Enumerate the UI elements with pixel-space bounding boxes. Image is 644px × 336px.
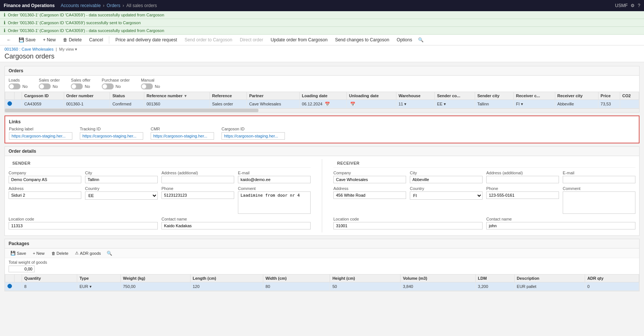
- cargoson-id-input[interactable]: [222, 132, 285, 140]
- back-button[interactable]: ←: [4, 36, 14, 44]
- table-scrollbar[interactable]: [5, 108, 639, 112]
- packages-delete-button[interactable]: 🗑 Delete: [49, 250, 71, 256]
- total-weight-row: Total weight of goods: [5, 258, 639, 274]
- pkg-col-ldm: LDM: [475, 275, 514, 282]
- save-button[interactable]: 💾 Save: [16, 36, 38, 44]
- cancel-button[interactable]: Cancel: [86, 36, 106, 44]
- sender-comment-textarea[interactable]: Laadimine from door nr 4: [238, 191, 311, 214]
- row-radio[interactable]: [5, 100, 15, 108]
- receiver-email-input[interactable]: [563, 176, 635, 183]
- page-breadcrumb-link[interactable]: 001360 : Cave Wholesales: [4, 47, 53, 51]
- manual-toggle[interactable]: [141, 83, 153, 89]
- send-changes-button[interactable]: Send changes to Cargoson: [332, 36, 392, 44]
- packages-search-icon[interactable]: 🔍: [107, 251, 112, 256]
- receiver-location-code-input[interactable]: [333, 222, 483, 229]
- total-weight-input[interactable]: [9, 266, 35, 272]
- receiver-comment-textarea[interactable]: [563, 191, 635, 214]
- delete-icon: 🗑: [63, 37, 67, 42]
- packages-new-button[interactable]: + New: [30, 250, 47, 256]
- breadcrumb-orders[interactable]: Orders: [107, 3, 120, 8]
- pkg-width-cell: 80: [263, 282, 330, 291]
- sender-company-field: Company: [9, 171, 81, 183]
- packages-table-row[interactable]: 8 EUR ▾ 750,00 120 80 50 3,840 3,200 EUR…: [5, 282, 639, 291]
- sender-row-2: Address Country EE Phone: [9, 186, 311, 217]
- sender-country-select[interactable]: EE: [85, 191, 158, 200]
- sales-order-toggle[interactable]: [39, 83, 51, 89]
- row-icon: [15, 100, 22, 108]
- breadcrumb-accounts-receivable[interactable]: Accounts receivable: [61, 3, 101, 8]
- sales-offer-value: No: [85, 84, 90, 89]
- type-dropdown-icon[interactable]: ▾: [89, 284, 92, 289]
- links-title: Links: [9, 119, 635, 124]
- links-section: Links Packing label Tracking ID CMR Carg…: [4, 115, 640, 143]
- sender-city-label: City: [85, 171, 158, 175]
- send-to-cargoson-button[interactable]: Send order to Cargoson: [182, 36, 235, 44]
- tracking-id-input[interactable]: [80, 132, 143, 140]
- manual-label: Manual: [141, 78, 160, 82]
- direct-order-button[interactable]: Direct order: [237, 36, 266, 44]
- delete-button[interactable]: 🗑 Delete: [60, 36, 85, 44]
- receiver-address-input[interactable]: [333, 191, 406, 199]
- help-icon[interactable]: ?: [638, 3, 640, 8]
- price-delivery-button[interactable]: Price and delivery date request: [112, 36, 180, 44]
- search-icon[interactable]: 🔍: [418, 37, 424, 42]
- col-loading-date: Loading date: [299, 92, 346, 100]
- purchase-order-toggle[interactable]: [102, 83, 114, 89]
- adr-goods-button[interactable]: ⚠ ADR goods: [72, 250, 103, 256]
- sender-location-code-input[interactable]: [9, 222, 158, 229]
- options-button[interactable]: Options: [394, 36, 415, 44]
- purchase-order-value: No: [116, 84, 121, 89]
- sender-country-label: Country: [85, 186, 158, 191]
- receiver-country-dropdown-icon[interactable]: ▾: [521, 102, 523, 106]
- purchase-order-toggle-group: Purchase order No: [102, 78, 130, 89]
- new-button[interactable]: + New: [40, 36, 59, 44]
- warehouse-dropdown-icon[interactable]: ▾: [404, 102, 406, 106]
- sender-city-input[interactable]: [85, 176, 158, 183]
- sender-address-input[interactable]: [9, 191, 81, 199]
- sender-contact-name-input[interactable]: [161, 222, 311, 229]
- partner-cell: Cave Wholesales: [247, 100, 299, 108]
- update-from-cargoson-button[interactable]: Update order from Cargoson: [268, 36, 331, 44]
- col-warehouse: Warehouse: [396, 92, 434, 100]
- sender-contact-name-label: Contact name: [161, 217, 311, 221]
- receiver-country-select[interactable]: FI: [410, 191, 483, 200]
- pkg-quantity-cell: 8: [22, 282, 77, 291]
- settings-icon[interactable]: ⚙: [631, 3, 635, 8]
- filter-icon[interactable]: ▼: [184, 94, 188, 98]
- sender-email-label: E-mail: [238, 171, 311, 175]
- notification-2: ℹ Order '001360-1' (Cargoson ID 'CA43059…: [0, 19, 644, 27]
- receiver-phone-input[interactable]: [486, 191, 559, 199]
- receiver-city-field: City: [410, 171, 483, 183]
- packing-label-input[interactable]: [9, 132, 72, 140]
- pkg-row-icon: [15, 282, 22, 291]
- sender-address-additional-input[interactable]: [161, 176, 234, 183]
- calendar-icon[interactable]: 📅: [325, 102, 330, 106]
- warehouse-cell: 11 ▾: [396, 100, 434, 108]
- receiver-company-input[interactable]: [333, 176, 406, 183]
- pkg-col-refresh: [15, 275, 22, 282]
- orders-table-row[interactable]: CA43059 001360-1 Confirmed 001360 Sales …: [5, 100, 639, 108]
- sender-phone-input[interactable]: [161, 191, 234, 199]
- receiver-address-additional-field: Address (additional): [486, 171, 559, 183]
- receiver-city-input[interactable]: [410, 176, 483, 183]
- receiver-contact-name-input[interactable]: [486, 222, 635, 229]
- orders-table: Cargoson ID Order number Status Referenc…: [5, 92, 639, 108]
- calendar-icon-2[interactable]: 📅: [350, 102, 355, 106]
- total-weight-label: Total weight of goods: [9, 260, 635, 264]
- sender-company-label: Company: [9, 171, 81, 175]
- loads-toggle[interactable]: [9, 83, 21, 89]
- my-view-link[interactable]: My view ▾: [59, 47, 78, 51]
- sender-country-dropdown-icon[interactable]: ▾: [444, 102, 446, 106]
- sender-company-input[interactable]: [9, 176, 81, 183]
- page-breadcrumb-text: 001360 : Cave Wholesales | My view ▾: [4, 47, 77, 51]
- col-partner: Partner: [247, 92, 299, 100]
- sender-email-input[interactable]: [238, 176, 311, 183]
- pkg-col-type: Type: [77, 275, 121, 282]
- sales-offer-toggle[interactable]: [71, 83, 83, 89]
- cmr-input[interactable]: [151, 132, 214, 140]
- receiver-address-additional-input[interactable]: [486, 176, 559, 183]
- packages-save-button[interactable]: 💾 Save: [8, 250, 29, 256]
- pkg-row-radio[interactable]: [5, 282, 15, 291]
- scrollbar-thumb[interactable]: [5, 109, 258, 112]
- col-cargoson-id: Cargoson ID: [22, 92, 64, 100]
